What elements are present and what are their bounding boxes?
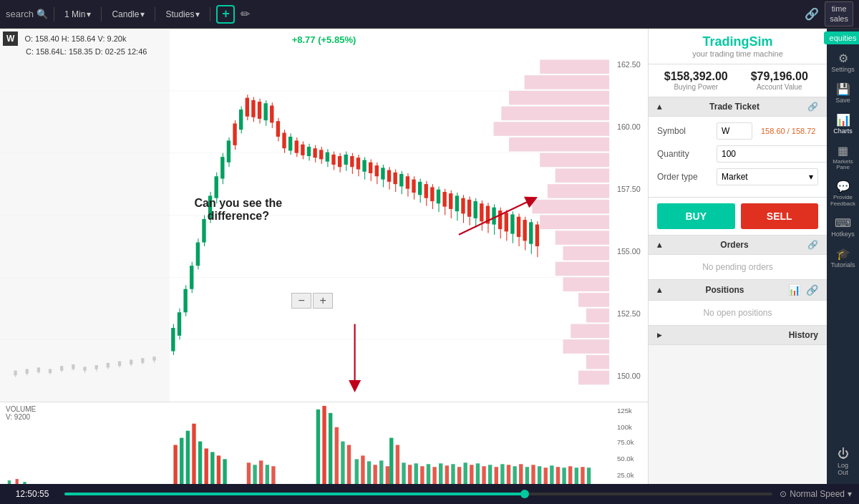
no-orders-text: No pending orders — [702, 262, 773, 272]
sell-button[interactable]: SELL — [741, 203, 819, 229]
svg-rect-226 — [488, 465, 492, 484]
history-header[interactable]: ▸ History — [649, 326, 827, 345]
svg-rect-86 — [270, 105, 273, 122]
sidebar-item-settings[interactable]: ⚙ Settings — [829, 49, 858, 78]
studies-button[interactable]: Studies ▾ — [161, 8, 204, 21]
svg-rect-128 — [399, 174, 403, 186]
svg-rect-229 — [507, 465, 510, 484]
svg-rect-188 — [198, 442, 202, 484]
sidebar-item-feedback[interactable]: 💬 ProvideFeedback — [829, 177, 858, 212]
svg-rect-122 — [381, 168, 384, 179]
sim-subtitle: your trading time machine — [657, 49, 818, 58]
svg-rect-8 — [509, 91, 609, 105]
zoom-controls: − + — [291, 293, 333, 309]
sidebar-item-tutorials[interactable]: 🎓 Tutorials — [829, 244, 858, 273]
svg-rect-96 — [301, 145, 304, 155]
positions-header[interactable]: ▴ Positions 📊 🔗 — [649, 280, 827, 301]
sidebar-item-charts[interactable]: 📊 Charts — [829, 110, 858, 140]
account-value-value: $79,196.00 — [741, 70, 819, 83]
svg-rect-192 — [223, 459, 226, 484]
save-icon: 💾 — [836, 84, 850, 95]
orders-link-icon: 🔗 — [807, 240, 818, 250]
svg-rect-232 — [525, 467, 529, 484]
main-area: W O: 158.40 H: 158.64 V: 9.20k C: 158.64… — [0, 29, 859, 484]
sidebar-item-save[interactable]: 💾 Save — [829, 79, 858, 109]
svg-rect-15 — [532, 200, 609, 214]
orders-header[interactable]: ▴ Orders 🔗 — [649, 236, 827, 255]
svg-rect-6 — [540, 59, 609, 74]
playback-slider-thumb[interactable] — [520, 490, 529, 498]
svg-rect-213 — [408, 465, 412, 484]
svg-rect-126 — [393, 173, 397, 184]
buy-button[interactable]: BUY — [657, 203, 735, 229]
draw-tool-icon[interactable]: ✏ — [241, 7, 250, 21]
main-chart[interactable]: 162.50 160.00 157.50 155.00 152.50 150.0… — [0, 29, 648, 402]
trade-ticket-header[interactable]: ▴ Trade Ticket 🔗 — [649, 97, 827, 117]
zoom-in-button[interactable]: + — [313, 293, 333, 309]
svg-rect-112 — [350, 156, 354, 167]
svg-rect-84 — [263, 103, 267, 120]
divider-4 — [210, 7, 210, 21]
svg-rect-221 — [457, 467, 461, 484]
positions-label: Positions — [705, 285, 744, 295]
svg-rect-209 — [386, 466, 389, 484]
svg-rect-230 — [513, 466, 516, 484]
svg-text:152.50: 152.50 — [617, 309, 641, 318]
history-label: History — [789, 330, 818, 340]
feedback-icon: 💬 — [836, 181, 850, 193]
toolbar-right: 🔗 timesales — [805, 1, 853, 26]
svg-rect-50 — [141, 358, 144, 363]
svg-rect-210 — [389, 438, 393, 484]
order-type-row: Order type Market ▾ — [657, 168, 818, 185]
svg-rect-216 — [427, 464, 430, 484]
trade-ticket-arrow: ▴ — [657, 102, 661, 112]
symbol-input[interactable] — [717, 122, 752, 140]
chart-type-selector[interactable]: Candle ▾ — [107, 8, 149, 21]
svg-rect-187 — [192, 424, 195, 484]
quantity-input[interactable] — [717, 145, 827, 163]
svg-rect-240 — [575, 467, 578, 484]
timeframe-selector[interactable]: 1 Min ▾ — [60, 8, 95, 21]
sidebar-item-markets[interactable]: ▦ MarketsPane — [829, 141, 858, 176]
svg-rect-162 — [505, 213, 508, 231]
link-icon: 🔗 — [805, 7, 819, 21]
svg-rect-225 — [482, 466, 485, 484]
search-button[interactable]: search 🔍 — [6, 9, 48, 19]
svg-rect-80 — [251, 100, 255, 117]
zoom-out-button[interactable]: − — [291, 293, 311, 309]
divider-2 — [101, 7, 102, 21]
svg-text:25.0k: 25.0k — [617, 472, 634, 480]
ohlc-line1: O: 158.40 H: 158.64 V: 9.20k — [24, 34, 126, 43]
svg-rect-44 — [107, 363, 110, 368]
speed-chevron-icon: ▾ — [848, 489, 852, 499]
svg-rect-102 — [319, 150, 323, 159]
svg-rect-150 — [467, 200, 471, 217]
add-indicator-button[interactable]: + — [216, 5, 235, 24]
playback-slider-track[interactable] — [64, 493, 772, 495]
svg-rect-28 — [14, 371, 16, 376]
svg-rect-30 — [26, 369, 29, 374]
svg-rect-138 — [430, 187, 434, 201]
sidebar-item-hotkeys[interactable]: ⌨ Hotkeys — [829, 213, 858, 243]
time-sales-button[interactable]: timesales — [825, 1, 853, 26]
svg-text:162.50: 162.50 — [617, 60, 641, 69]
orders-arrow: ▴ — [657, 240, 661, 250]
svg-rect-26 — [578, 371, 609, 385]
svg-rect-200 — [329, 413, 332, 484]
svg-rect-118 — [369, 163, 372, 173]
charts-icon: 📊 — [836, 115, 850, 126]
order-type-dropdown[interactable]: Market ▾ — [717, 168, 818, 185]
symbol-price: 158.60 / 158.72 — [761, 127, 815, 135]
playback-bar: 12:50:55 ⊙ Normal Speed ▾ — [0, 484, 859, 504]
sidebar-item-logout[interactable]: ⏻ Log Out — [829, 443, 858, 481]
sim-header: TradingSim your trading time machine — [649, 29, 827, 64]
svg-rect-186 — [186, 431, 190, 484]
svg-rect-224 — [476, 463, 480, 484]
svg-rect-74 — [233, 123, 236, 145]
playback-slider-fill — [64, 493, 525, 495]
svg-rect-160 — [498, 210, 502, 229]
svg-rect-181 — [8, 480, 11, 484]
positions-link-icon: 🔗 — [806, 284, 818, 296]
equities-button[interactable]: equities — [824, 32, 859, 44]
svg-rect-196 — [266, 465, 269, 484]
